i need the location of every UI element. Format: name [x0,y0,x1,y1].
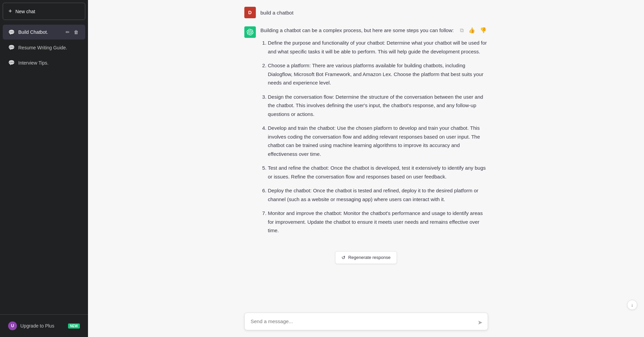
sidebar-item-resume-writing[interactable]: 💬 Resume Writing Guide. ✏ 🗑 [3,40,85,55]
delete-chat-button[interactable]: 🗑 [72,29,80,35]
regenerate-label: Regenerate response [348,255,391,260]
sidebar-item-label: Build Chatbot. [18,29,61,35]
copy-message-button[interactable]: ⧉ [459,26,465,34]
ai-intro: Building a chatbot can be a complex proc… [261,26,488,34]
message-input[interactable] [244,313,488,331]
sidebar-nav: 💬 Build Chatbot. ✏ 🗑 💬 Resume Writing Gu… [0,23,88,314]
ai-message: Building a chatbot can be a complex proc… [244,26,488,240]
chat-icon: 💬 [8,29,15,35]
chat-icon: 💬 [8,44,15,51]
step-item: Monitor and improve the chatbot: Monitor… [268,209,488,235]
message-actions: ⧉ 👍 👎 [459,26,488,34]
thumbs-down-button[interactable]: 👎 [479,26,488,34]
steps-list: Define the purpose and functionality of … [261,39,488,235]
step-item: Deploy the chatbot: Once the chatbot is … [268,186,488,203]
step-item: Define the purpose and functionality of … [268,39,488,56]
plus-icon: + [8,8,12,15]
sidebar-item-interview-tips[interactable]: 💬 Interview Tips. ✏ 🗑 [3,55,85,70]
upgrade-button[interactable]: U Upgrade to Plus NEW [3,317,85,334]
step-item: Design the conversation flow: Determine … [268,93,488,119]
scroll-down-button[interactable]: ↓ [627,300,637,310]
input-wrapper: ➤ [244,313,488,332]
new-chat-button[interactable]: + build a chatbot New chat [3,3,85,20]
send-button[interactable]: ➤ [476,317,484,328]
main-content: D build a chatbot Building a chatbot can… [88,0,644,337]
input-area: ➤ [88,309,644,337]
ai-response-text: Building a chatbot can be a complex proc… [261,26,488,235]
sidebar-item-label: Resume Writing Guide. [18,45,80,50]
ai-message-row: Building a chatbot can be a complex proc… [238,26,495,240]
new-chat-label: New chat [16,9,35,14]
item-actions: ✏ 🗑 [64,29,80,35]
regenerate-button[interactable]: ↺ Regenerate response [335,251,397,264]
thumbs-up-button[interactable]: 👍 [467,26,476,34]
openai-logo-icon [247,29,253,35]
sidebar-item-build-chatbot[interactable]: 💬 Build Chatbot. ✏ 🗑 [3,25,85,40]
regen-icon: ↺ [341,255,346,260]
sidebar-item-label: Interview Tips. [18,60,80,66]
user-message: D build a chatbot [244,7,488,18]
user-message-row: D build a chatbot [238,7,495,18]
user-avatar-icon: D [244,7,256,18]
regenerate-area: ↺ Regenerate response [88,248,644,268]
edit-chat-button[interactable]: ✏ [64,29,71,35]
sidebar: + build a chatbot New chat 💬 Build Chatb… [0,0,88,337]
ai-avatar-icon [244,26,256,38]
ai-response-content: Building a chatbot can be a complex proc… [261,26,488,240]
user-message-text: build a chatbot [261,7,294,17]
sidebar-footer: U Upgrade to Plus NEW [0,314,88,337]
chat-icon: 💬 [8,59,15,66]
step-item: Develop and train the chatbot: Use the c… [268,124,488,158]
new-badge: NEW [68,323,80,329]
upgrade-label: Upgrade to Plus [20,323,54,329]
step-item: Test and refine the chatbot: Once the ch… [268,164,488,181]
chat-container: D build a chatbot Building a chatbot can… [88,0,644,309]
step-item: Choose a platform: There are various pla… [268,61,488,87]
user-avatar: U [8,321,17,330]
